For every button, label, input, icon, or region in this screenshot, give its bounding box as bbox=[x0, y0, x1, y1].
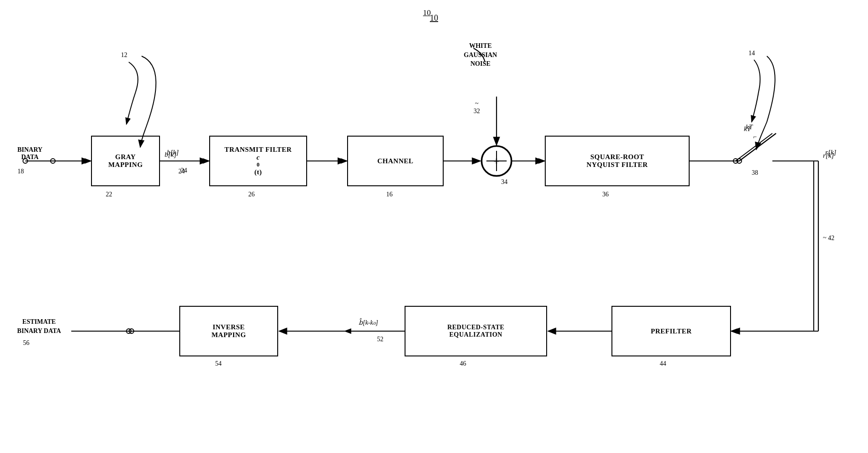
rk-label2: r[k] bbox=[825, 149, 836, 156]
bk-label2: b[k] bbox=[167, 149, 179, 156]
svg-line-36 bbox=[739, 133, 776, 161]
kT-brace: ⌐ bbox=[753, 133, 757, 141]
ref-24b: 24 bbox=[181, 167, 187, 174]
kT-label2: kT bbox=[746, 123, 753, 131]
